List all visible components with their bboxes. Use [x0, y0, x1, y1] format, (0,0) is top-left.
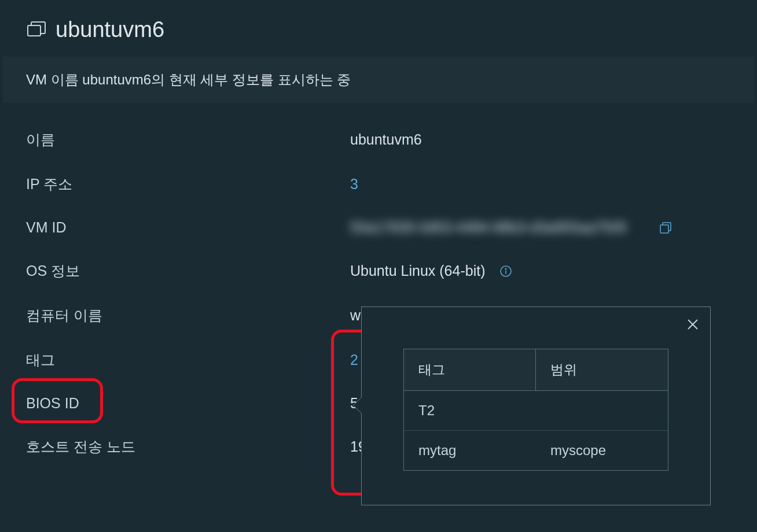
tags-table: 태그 범위 T2 mytag myscope	[403, 349, 668, 471]
detail-row-name: 이름 ubuntuvm6	[0, 117, 757, 162]
info-icon[interactable]	[499, 265, 512, 278]
page-title: ubuntuvm6	[56, 17, 164, 42]
info-banner: VM 이름 ubuntuvm6의 현재 세부 정보를 표시하는 중	[3, 57, 754, 103]
detail-row-ip: IP 주소 3	[0, 162, 757, 206]
tags-table-header: 태그 범위	[404, 349, 668, 391]
detail-row-os: OS 정보 Ubuntu Linux (64-bit)	[0, 249, 757, 293]
label-host: 호스트 전송 노드	[26, 437, 350, 456]
vmid-text: 50a17835-0d53-4484-98b3-d3a955aa7505	[350, 219, 627, 236]
td-tag: mytag	[404, 431, 536, 470]
label-vmid: VM ID	[26, 219, 350, 236]
value-ip-link[interactable]: 3	[350, 176, 358, 193]
value-name: ubuntuvm6	[350, 131, 422, 148]
tags-popup: 태그 범위 T2 mytag myscope	[361, 306, 711, 505]
td-scope: myscope	[536, 431, 668, 470]
os-text: Ubuntu Linux (64-bit)	[350, 263, 485, 279]
label-ip: IP 주소	[26, 175, 350, 194]
td-scope	[536, 391, 668, 430]
svg-rect-1	[660, 225, 668, 233]
popup-tail	[354, 397, 362, 413]
vm-icon	[26, 20, 47, 40]
label-computer: 컴퓨터 이름	[26, 306, 350, 325]
value-tags-link[interactable]: 2	[350, 352, 358, 368]
detail-row-vmid: VM ID 50a17835-0d53-4484-98b3-d3a955aa75…	[0, 206, 757, 249]
value-vmid: 50a17835-0d53-4484-98b3-d3a955aa7505	[350, 219, 673, 236]
svg-point-3	[506, 268, 507, 269]
label-os: OS 정보	[26, 261, 350, 280]
table-row: mytag myscope	[404, 431, 668, 470]
copy-icon[interactable]	[659, 221, 673, 235]
label-name: 이름	[26, 130, 350, 149]
close-icon[interactable]	[686, 317, 700, 331]
th-scope: 범위	[536, 349, 668, 390]
label-tags: 태그	[26, 350, 350, 370]
table-row: T2	[404, 391, 668, 431]
label-bios: BIOS ID	[26, 395, 350, 412]
svg-rect-0	[28, 25, 41, 36]
page-header: ubuntuvm6	[0, 0, 757, 57]
th-tag: 태그	[404, 349, 536, 390]
value-os: Ubuntu Linux (64-bit)	[350, 263, 512, 279]
td-tag: T2	[404, 391, 536, 430]
